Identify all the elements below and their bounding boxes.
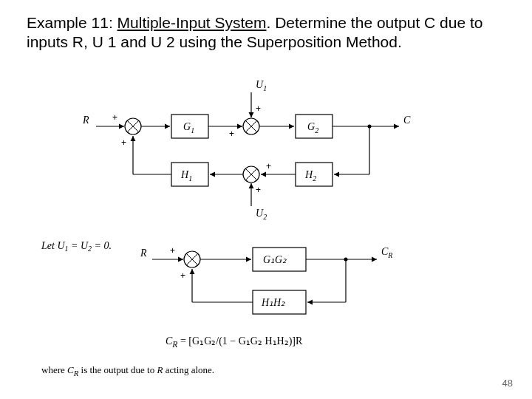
footnote: where CR is the output due to R acting a… (41, 364, 214, 378)
heading-underlined: Multiple-Input System (117, 14, 267, 31)
page-number: 48 (502, 378, 513, 389)
svg-text:+: + (170, 245, 175, 256)
svg-text:+: + (256, 103, 261, 114)
svg-text:H₁H₂: H₁H₂ (261, 297, 285, 308)
example-heading: Example 11: Multiple-Input System. Deter… (0, 0, 532, 55)
label-C: C (403, 115, 411, 126)
block-diagram-1: R + G1 + U1 + G2 C H2 + + U2 H1 (82, 79, 411, 221)
svg-text:+: + (121, 137, 126, 148)
svg-text:+: + (266, 161, 271, 171)
svg-text:+: + (229, 129, 234, 139)
heading-prefix: Example 11: (27, 14, 117, 31)
diagram-area: R + G1 + U1 + G2 C H2 + + U2 H1 (0, 75, 532, 385)
svg-text:+: + (256, 185, 261, 195)
svg-text:U2: U2 (256, 208, 267, 221)
assumption-text: Let U1 = U2 = 0. (41, 240, 112, 253)
label-R: R (82, 115, 89, 126)
block-diagram-2: R + G₁G₂ CR H₁H₂ + (140, 245, 392, 314)
svg-text:CR: CR (381, 246, 392, 259)
sign-plus-1: + (112, 112, 117, 123)
svg-text:R: R (140, 248, 147, 259)
svg-text:U1: U1 (256, 79, 267, 92)
result-equation: CR = [G₁G₂/(1 − G₁G₂ H₁H₂)]R (166, 335, 302, 349)
svg-text:G₁G₂: G₁G₂ (263, 254, 287, 265)
svg-text:+: + (180, 270, 185, 281)
